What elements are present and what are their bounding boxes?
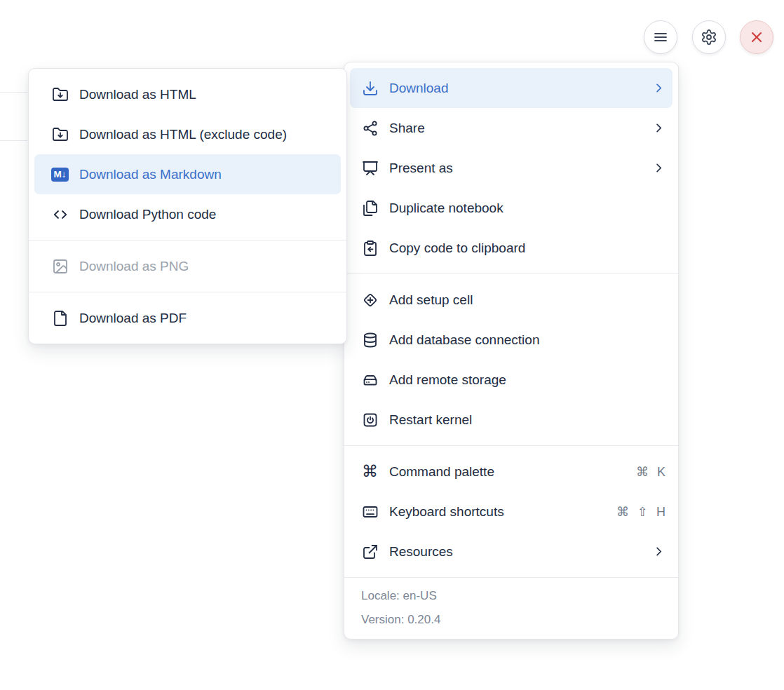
command-icon: ⌘ [361,463,379,480]
hamburger-icon [652,29,669,46]
presentation-icon [361,159,379,177]
close-icon [748,29,765,46]
menu-item-add-database-connection[interactable]: Add database connection [344,320,678,360]
menu-item-label: Command palette [389,464,626,480]
menu-item-label: Download Python code [79,207,334,222]
page-divider-line [0,140,27,141]
menu-item-download-python-code[interactable]: Download Python code [29,194,346,234]
menu-item-add-remote-storage[interactable]: Add remote storage [344,360,678,400]
menu-item-copy-code-to-clipboard[interactable]: Copy code to clipboard [344,228,678,268]
menu-item-command-palette[interactable]: ⌘Command palette⌘ K [344,452,678,492]
hard-drive-icon [361,371,379,388]
footer-version: Version: 0.20.4 [361,608,661,632]
menu-divider [29,292,346,292]
image-icon [51,257,69,275]
markdown-badge-icon: M↓ [51,168,69,182]
code-icon [51,205,69,223]
download-submenu: Download as HTMLDownload as HTML (exclud… [28,68,347,344]
folder-download-icon [51,126,69,143]
menu-item-download-as-html-exclude-code[interactable]: Download as HTML (exclude code) [29,114,346,154]
settings-button[interactable] [692,20,726,54]
menu-item-label: Download [389,81,642,96]
files-icon [361,199,379,217]
chevron-right-icon [652,545,665,558]
menu-item-label: Copy code to clipboard [389,241,665,256]
menu-item-label: Resources [389,544,642,560]
keyboard-icon [361,503,379,520]
database-icon [361,331,379,349]
menu-item-download-as-png: Download as PNG [29,246,346,286]
notebook-actions-menu: DownloadSharePresent asDuplicate noteboo… [344,62,679,640]
menu-item-label: Add setup cell [389,292,665,308]
footer-locale: Locale: en-US [361,584,661,608]
menu-item-download[interactable]: Download [350,68,673,108]
menu-footer: Locale: en-USVersion: 0.20.4 [344,577,678,633]
notebook-menu-button[interactable] [644,20,677,54]
shortcut-hint: ⌘ K [636,464,665,480]
menu-item-present-as[interactable]: Present as [344,148,678,188]
page-divider-line [0,92,27,93]
menu-item-label: Download as Markdown [79,167,334,182]
menu-item-download-as-html[interactable]: Download as HTML [29,74,346,114]
shortcut-hint: ⌘ ⇧ H [616,504,665,520]
external-link-icon [361,543,379,560]
menu-item-share[interactable]: Share [344,108,678,148]
menu-item-keyboard-shortcuts[interactable]: Keyboard shortcuts⌘ ⇧ H [344,492,678,532]
command-icon: ⌘ [362,464,378,480]
menu-item-add-setup-cell[interactable]: Add setup cell [344,280,678,320]
shutdown-button[interactable] [740,20,773,54]
menu-divider [344,445,678,446]
folder-download-icon [51,86,69,103]
menu-item-label: Restart kernel [389,412,665,428]
menu-item-download-as-markdown[interactable]: M↓Download as Markdown [34,154,341,194]
menu-item-label: Present as [389,161,642,176]
menu-item-restart-kernel[interactable]: Restart kernel [344,400,678,440]
chevron-right-icon [652,81,665,95]
menu-item-label: Download as HTML (exclude code) [79,127,334,142]
menu-item-resources[interactable]: Resources [344,532,678,571]
menu-divider [29,240,346,241]
menu-item-label: Share [389,121,642,136]
clipboard-copy-icon [361,239,379,257]
gear-icon [701,29,717,46]
menu-item-label: Download as PNG [79,259,334,274]
chevron-right-icon [652,161,665,175]
chevron-right-icon [652,121,665,135]
menu-item-label: Duplicate notebook [389,201,665,216]
diamond-plus-icon [361,291,379,309]
markdown-badge-icon: M↓ [51,165,69,183]
menu-item-download-as-pdf[interactable]: Download as PDF [29,298,346,338]
menu-item-label: Add remote storage [389,372,665,388]
share-icon [361,119,379,137]
menu-item-label: Keyboard shortcuts [389,504,606,520]
download-icon [361,79,379,97]
power-square-icon [361,411,379,428]
menu-divider [344,273,678,274]
menu-item-duplicate-notebook[interactable]: Duplicate notebook [344,188,678,228]
menu-item-label: Add database connection [389,332,665,348]
menu-item-label: Download as HTML [79,87,334,102]
file-icon [51,309,69,327]
menu-item-label: Download as PDF [79,311,334,326]
